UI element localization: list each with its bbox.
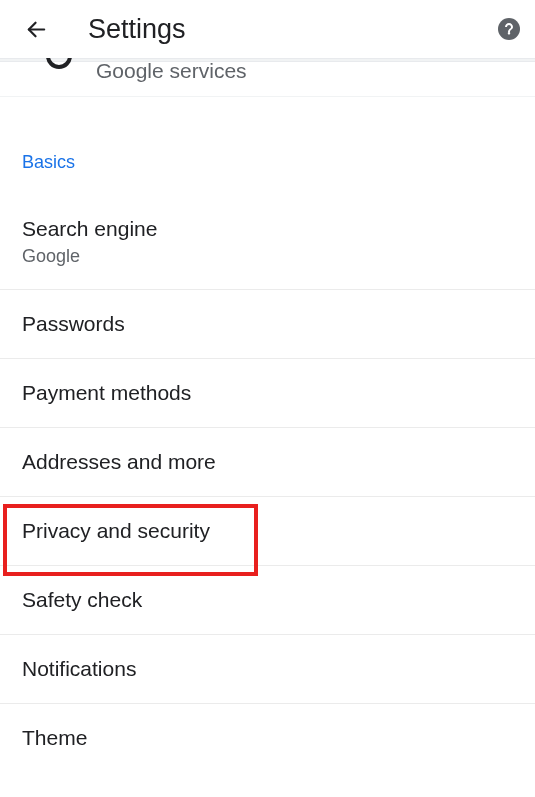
settings-item-label: Search engine (22, 217, 513, 241)
back-arrow-icon[interactable] (24, 17, 48, 41)
page-title: Settings (88, 14, 186, 45)
settings-item-passwords[interactable]: Passwords (0, 290, 535, 359)
settings-item-google-services[interactable]: Google services (0, 62, 535, 97)
settings-item-label: Payment methods (22, 381, 513, 405)
settings-item-label: Passwords (22, 312, 513, 336)
header: Settings (0, 0, 535, 58)
google-icon (46, 58, 74, 72)
settings-item-payment-methods[interactable]: Payment methods (0, 359, 535, 428)
settings-item-label: Safety check (22, 588, 513, 612)
settings-item-label: Privacy and security (22, 519, 513, 543)
settings-item-theme[interactable]: Theme (0, 704, 535, 772)
settings-item-safety-check[interactable]: Safety check (0, 566, 535, 635)
help-icon[interactable] (497, 17, 521, 41)
section-label-basics: Basics (0, 97, 535, 195)
settings-item-sublabel: Google (22, 246, 513, 267)
settings-item-label: Theme (22, 726, 513, 750)
svg-point-1 (498, 18, 520, 40)
settings-item-label: Notifications (22, 657, 513, 681)
settings-item-label: Addresses and more (22, 450, 513, 474)
settings-item-notifications[interactable]: Notifications (0, 635, 535, 704)
settings-item-privacy-and-security[interactable]: Privacy and security (0, 497, 535, 566)
settings-item-search-engine[interactable]: Search engine Google (0, 195, 535, 290)
settings-item-label: Google services (96, 59, 247, 83)
settings-item-addresses-and-more[interactable]: Addresses and more (0, 428, 535, 497)
